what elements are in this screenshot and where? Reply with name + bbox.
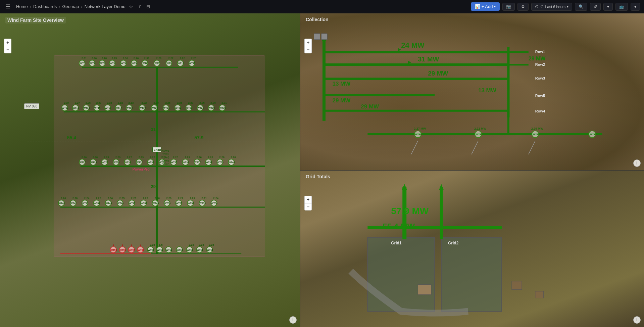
wind-farm-map[interactable]: + − NV 893 — [0, 13, 300, 327]
svg-rect-271 — [512, 281, 522, 289]
collection-map[interactable]: + − — [300, 13, 644, 170]
clock-icon: ⏱ — [535, 4, 539, 9]
svg-text:Row2: Row2 — [535, 62, 545, 66]
svg-text:Row1: Row1 — [535, 50, 545, 54]
svg-line-258 — [529, 141, 535, 154]
zoom-controls-collection: + − — [304, 39, 312, 53]
svg-text:WT31: WT31 — [476, 133, 483, 136]
zoom-controls-left: + − — [4, 39, 11, 53]
topbar: ☰ Home › Dashboards › Geomap › Network L… — [0, 0, 644, 13]
right-panels: Collection + − — [300, 13, 644, 327]
more-options-button[interactable]: ▾ — [603, 3, 613, 11]
svg-text:WT32: WT32 — [533, 133, 540, 136]
grid-totals-panel-title: Grid Totals — [306, 174, 330, 179]
grid-totals-panel: Grid Totals + − — [300, 171, 644, 327]
svg-line-256 — [411, 141, 418, 154]
svg-text:2.27 MW: 2.27 MW — [414, 127, 426, 130]
svg-point-251 — [532, 131, 539, 138]
collection-svg: 24 MW 31 MW 29 MW 13 MW 13 MW 29 MW 29 M… — [300, 13, 644, 170]
grid-totals-svg: 57.9 MW 55.4 MW Grid1 Grid2 — [300, 171, 644, 327]
left-panel-title: Wind Farm Site Overview — [5, 17, 66, 24]
add-icon: 📊 — [475, 4, 480, 9]
svg-text:57.9 MW: 57.9 MW — [391, 205, 429, 216]
svg-marker-262 — [402, 184, 407, 190]
svg-text:24 MW: 24 MW — [401, 41, 425, 49]
svg-text:13 MW: 13 MW — [478, 87, 496, 94]
topbar-left: ☰ Home › Dashboards › Geomap › Network L… — [4, 2, 468, 11]
time-range-button[interactable]: ⏱ ⏱ Last 6 hours ▾ — [531, 3, 572, 11]
info-button-grid[interactable]: i — [633, 316, 641, 324]
zoom-minus-grid[interactable]: − — [304, 203, 312, 211]
svg-text:WT30: WT30 — [415, 133, 422, 136]
info-button-collection[interactable]: i — [633, 159, 641, 167]
zoom-minus-collection[interactable]: − — [304, 46, 312, 53]
grid-icon-button[interactable]: ⊞ — [145, 3, 151, 10]
collection-panel-title: Collection — [306, 17, 329, 22]
main-content: Wind Farm Site Overview + − NV 893 — [0, 13, 644, 327]
svg-text:29 MW: 29 MW — [361, 103, 379, 110]
zoom-plus-left[interactable]: + — [4, 39, 11, 46]
zoom-plus-collection[interactable]: + — [304, 39, 312, 46]
zoom-minus-left[interactable]: − — [4, 46, 11, 53]
breadcrumb-dashboards[interactable]: Dashboards — [33, 4, 57, 9]
svg-marker-222 — [321, 35, 326, 41]
topbar-right: 📊 + Add ▾ 📷 ⚙ ⏱ ⏱ Last 6 hours ▾ 🔍 ↺ ▾ 📺… — [471, 2, 640, 11]
add-button[interactable]: 📊 + Add ▾ — [471, 2, 500, 11]
svg-marker-231 — [408, 61, 411, 64]
time-chevron-icon: ▾ — [567, 5, 568, 8]
road-label: NV 893 — [24, 103, 39, 109]
svg-text:Grid1: Grid1 — [391, 240, 402, 245]
hamburger-menu-button[interactable]: ☰ — [4, 2, 11, 11]
breadcrumb-geomap[interactable]: Geomap — [62, 4, 79, 9]
svg-rect-260 — [441, 237, 502, 311]
svg-point-245 — [414, 131, 421, 138]
svg-text:Row3: Row3 — [535, 76, 545, 80]
svg-point-254 — [589, 131, 596, 138]
wind-farm-overlay — [54, 55, 265, 257]
svg-line-257 — [472, 141, 478, 154]
share-icon-button[interactable]: ⇧ — [137, 3, 143, 10]
add-chevron-icon: ▾ — [494, 5, 496, 8]
camera-button[interactable]: 📷 — [502, 3, 515, 11]
svg-text:29 MW: 29 MW — [332, 97, 350, 104]
svg-text:Row5: Row5 — [535, 94, 545, 98]
info-button-left[interactable]: i — [289, 316, 297, 324]
zoom-controls-grid: + − — [304, 196, 312, 211]
svg-marker-230 — [398, 48, 401, 51]
svg-text:Grid2: Grid2 — [448, 240, 459, 245]
svg-text:WT33: WT33 — [590, 133, 597, 136]
zoom-plus-grid[interactable]: + — [304, 196, 312, 203]
svg-text:55.4 MW: 55.4 MW — [383, 222, 415, 231]
svg-point-248 — [475, 131, 482, 138]
grid-totals-map[interactable]: + − 57.9 MW — [300, 171, 644, 327]
svg-text:2.22 MW: 2.22 MW — [474, 127, 486, 130]
svg-rect-259 — [367, 237, 435, 311]
svg-rect-270 — [418, 284, 431, 294]
svg-text:31 MW: 31 MW — [418, 55, 439, 63]
breadcrumb-home[interactable]: Home — [16, 4, 28, 9]
svg-text:13 MW: 13 MW — [332, 81, 350, 87]
collection-panel: Collection + − — [300, 13, 644, 171]
svg-text:29 MW: 29 MW — [428, 70, 448, 77]
settings-button[interactable]: ⚙ — [517, 3, 529, 11]
left-panel: Wind Farm Site Overview + − NV 893 — [0, 13, 300, 327]
svg-text:2.29 MW: 2.29 MW — [531, 127, 543, 130]
svg-marker-264 — [439, 184, 444, 190]
refresh-button[interactable]: ↺ — [590, 3, 601, 11]
svg-text:29 MW: 29 MW — [529, 56, 546, 61]
svg-rect-223 — [314, 34, 320, 40]
expand-button[interactable]: ▾ — [631, 3, 640, 11]
svg-rect-272 — [535, 291, 544, 298]
svg-rect-224 — [321, 34, 327, 40]
tv-button[interactable]: 📺 — [615, 3, 628, 11]
zoom-in-topbar-button[interactable]: 🔍 — [575, 3, 587, 11]
svg-text:Row4: Row4 — [535, 109, 545, 113]
star-icon-button[interactable]: ☆ — [128, 3, 135, 11]
breadcrumb-current: Network Layer Demo — [85, 4, 126, 9]
